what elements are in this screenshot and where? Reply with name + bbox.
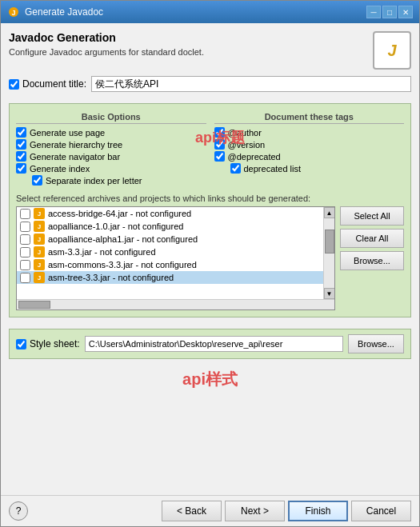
window-icon: J bbox=[7, 6, 20, 18]
main-window: J Generate Javadoc ─ □ ✕ Javadoc Generat… bbox=[0, 0, 420, 527]
stylesheet-label: Style sheet: bbox=[30, 338, 80, 349]
item-label-4: asm-commons-3.3.jar - not configured bbox=[48, 260, 197, 269]
jar-icon-5: J bbox=[34, 272, 45, 283]
hierarchy-tree-label: Generate hierarchy tree bbox=[30, 140, 122, 150]
jar-icon-0: J bbox=[34, 208, 45, 219]
title-bar-controls: ─ □ ✕ bbox=[366, 6, 413, 18]
doc-tags-title: Document these tags bbox=[214, 112, 405, 124]
option-hierarchy-tree: Generate hierarchy tree bbox=[16, 139, 206, 150]
hierarchy-tree-checkbox[interactable] bbox=[16, 139, 26, 150]
use-page-checkbox[interactable] bbox=[16, 127, 26, 138]
option-generate-index: Generate index bbox=[16, 163, 206, 174]
option-deprecated-list: deprecated list bbox=[214, 163, 405, 174]
list-item[interactable]: J asm-3.3.jar - not configured bbox=[17, 246, 323, 258]
jar-icon-2: J bbox=[34, 234, 45, 245]
archives-list-wrapper: J access-bridge-64.jar - not configured … bbox=[16, 206, 335, 310]
item-label-1: aopalliance-1.0.jar - not configured bbox=[48, 222, 183, 231]
option-author: @author bbox=[214, 127, 405, 138]
generate-index-checkbox[interactable] bbox=[16, 163, 26, 174]
nav-buttons: < Back Next > Finish Cancel bbox=[162, 501, 411, 521]
basic-options-title: Basic Options bbox=[16, 112, 206, 124]
vertical-scrollbar[interactable]: ▲ ▼ bbox=[323, 207, 334, 299]
title-bar: J Generate Javadoc ─ □ ✕ bbox=[1, 1, 419, 23]
list-scrollbar-wrapper: J access-bridge-64.jar - not configured … bbox=[17, 207, 334, 299]
doc-tags: Document these tags @author @version @de… bbox=[214, 112, 405, 187]
stylesheet-checkbox-label[interactable]: Style sheet: bbox=[16, 338, 80, 349]
option-deprecated: @deprecated bbox=[214, 151, 405, 162]
option-version: @version bbox=[214, 139, 405, 150]
dialog-title: Javadoc Generation bbox=[9, 31, 365, 44]
option-navigator-bar: Generate navigator bar bbox=[16, 151, 206, 162]
item-label-5: asm-tree-3.3.jar - not configured bbox=[48, 273, 174, 282]
scroll-thumb[interactable] bbox=[325, 230, 334, 254]
document-title-row: Document title: bbox=[9, 76, 411, 92]
item-label-0: access-bridge-64.jar - not configured bbox=[48, 209, 191, 218]
archives-label: Select referenced archives and projects … bbox=[16, 194, 404, 203]
jar-icon-1: J bbox=[34, 221, 45, 232]
stylesheet-row: Style sheet: Browse... bbox=[9, 329, 411, 359]
next-button[interactable]: Next > bbox=[225, 501, 285, 521]
finish-button[interactable]: Finish bbox=[288, 501, 348, 521]
clear-all-button[interactable]: Clear All bbox=[340, 229, 404, 248]
version-checkbox[interactable] bbox=[214, 139, 225, 150]
version-label: @version bbox=[228, 140, 266, 150]
maximize-button[interactable]: □ bbox=[382, 6, 397, 18]
option-separate-index: Separate index per letter bbox=[16, 175, 206, 186]
back-button[interactable]: < Back bbox=[162, 501, 222, 521]
author-label: @author bbox=[228, 128, 262, 138]
archives-buttons: Select All Clear All Browse... bbox=[340, 206, 404, 310]
item-checkbox-5[interactable] bbox=[20, 273, 30, 283]
generate-index-label: Generate index bbox=[30, 164, 90, 174]
document-title-input[interactable] bbox=[91, 76, 411, 92]
list-item-selected[interactable]: J asm-tree-3.3.jar - not configured bbox=[17, 271, 323, 284]
item-label-3: asm-3.3.jar - not configured bbox=[48, 247, 156, 257]
archives-row: J access-bridge-64.jar - not configured … bbox=[16, 206, 404, 310]
item-label-2: aopalliance-alpha1.jar - not configured bbox=[48, 234, 198, 244]
scroll-down-arrow[interactable]: ▼ bbox=[324, 288, 335, 299]
deprecated-list-label: deprecated list bbox=[244, 164, 302, 174]
window-title: Generate Javadoc bbox=[25, 6, 103, 18]
separate-index-label: Separate index per letter bbox=[46, 176, 142, 186]
basic-options: Basic Options Generate use page Generate… bbox=[16, 112, 206, 187]
archives-list[interactable]: J access-bridge-64.jar - not configured … bbox=[17, 207, 323, 299]
document-title-checkbox-label[interactable]: Document title: bbox=[9, 78, 86, 90]
navigator-bar-checkbox[interactable] bbox=[16, 151, 26, 162]
dialog-description: Configure Javadoc arguments for standard… bbox=[9, 47, 365, 57]
jar-icon-4: J bbox=[34, 259, 45, 270]
h-scroll-thumb[interactable] bbox=[18, 301, 50, 309]
scroll-up-arrow[interactable]: ▲ bbox=[324, 207, 335, 218]
item-checkbox-3[interactable] bbox=[20, 247, 30, 258]
title-bar-left: J Generate Javadoc bbox=[7, 6, 103, 18]
stylesheet-browse-button[interactable]: Browse... bbox=[348, 334, 404, 353]
close-button[interactable]: ✕ bbox=[398, 6, 413, 18]
option-use-page: Generate use page bbox=[16, 127, 206, 138]
item-checkbox-1[interactable] bbox=[20, 222, 30, 232]
help-button[interactable]: ? bbox=[9, 501, 28, 521]
bottom-bar: ? < Back Next > Finish Cancel bbox=[1, 495, 419, 526]
header-section: Javadoc Generation Configure Javadoc arg… bbox=[9, 31, 411, 70]
select-all-button[interactable]: Select All bbox=[340, 206, 404, 226]
document-title-checkbox[interactable] bbox=[9, 79, 19, 90]
author-checkbox[interactable] bbox=[214, 127, 225, 138]
archives-section: Select referenced archives and projects … bbox=[16, 194, 404, 310]
item-checkbox-2[interactable] bbox=[20, 234, 30, 245]
list-item[interactable]: J access-bridge-64.jar - not configured bbox=[17, 207, 323, 220]
navigator-bar-label: Generate navigator bar bbox=[30, 152, 120, 162]
separate-index-checkbox[interactable] bbox=[32, 175, 42, 186]
cancel-button[interactable]: Cancel bbox=[351, 501, 411, 521]
deprecated-checkbox[interactable] bbox=[214, 151, 225, 162]
stylesheet-checkbox[interactable] bbox=[16, 339, 26, 349]
browse-archives-button[interactable]: Browse... bbox=[340, 251, 404, 270]
list-item[interactable]: J asm-commons-3.3.jar - not configured bbox=[17, 258, 323, 271]
document-title-label: Document title: bbox=[22, 78, 86, 90]
horizontal-scrollbar[interactable] bbox=[17, 299, 334, 309]
list-item[interactable]: J aopalliance-1.0.jar - not configured bbox=[17, 220, 323, 233]
use-page-label: Generate use page bbox=[30, 128, 105, 138]
deprecated-list-checkbox[interactable] bbox=[230, 163, 241, 174]
list-item[interactable]: J aopalliance-alpha1.jar - not configure… bbox=[17, 233, 323, 246]
stylesheet-input[interactable] bbox=[85, 336, 343, 352]
svg-text:J: J bbox=[11, 9, 15, 17]
item-checkbox-4[interactable] bbox=[20, 260, 30, 270]
item-checkbox-0[interactable] bbox=[20, 209, 30, 219]
minimize-button[interactable]: ─ bbox=[366, 6, 381, 18]
